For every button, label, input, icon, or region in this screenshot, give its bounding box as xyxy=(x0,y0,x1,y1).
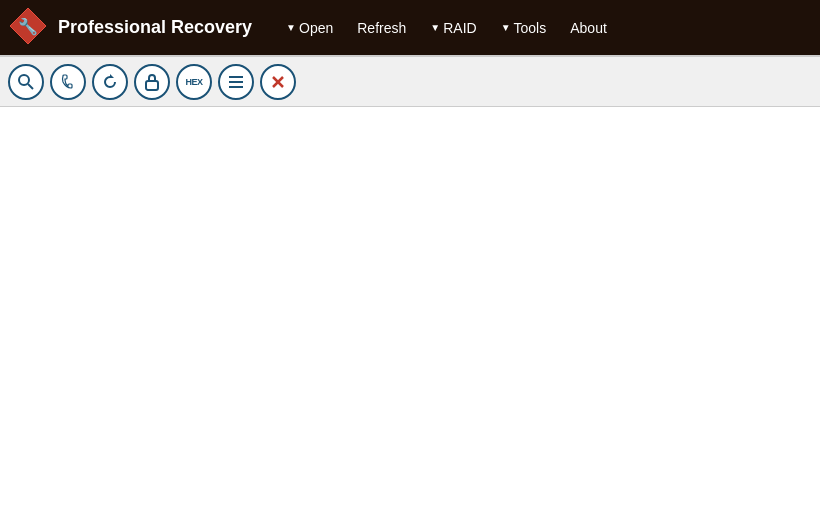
svg-rect-5 xyxy=(146,81,158,90)
menu-refresh-label: Refresh xyxy=(357,20,406,36)
menu-item-raid[interactable]: ▼ RAID xyxy=(420,14,486,42)
close-icon xyxy=(271,75,285,89)
svg-text:🔧: 🔧 xyxy=(18,17,38,36)
menu-item-tools[interactable]: ▼ Tools xyxy=(491,14,557,42)
recover-button[interactable] xyxy=(92,64,128,100)
svg-point-2 xyxy=(19,75,29,85)
scan-icon xyxy=(59,73,77,91)
list-button[interactable] xyxy=(218,64,254,100)
app-logo: 🔧 xyxy=(8,6,54,50)
tools-arrow: ▼ xyxy=(501,22,511,33)
close-button[interactable] xyxy=(260,64,296,100)
list-icon xyxy=(228,75,244,89)
lock-button[interactable] xyxy=(134,64,170,100)
toolbar: HEX xyxy=(0,57,820,107)
menu-about-label: About xyxy=(570,20,607,36)
open-arrow: ▼ xyxy=(286,22,296,33)
menubar: 🔧 Professional Recovery ▼ Open Refresh ▼… xyxy=(0,0,820,55)
menu-item-about[interactable]: About xyxy=(560,14,617,42)
menu-raid-label: RAID xyxy=(443,20,476,36)
app-title: Professional Recovery xyxy=(58,17,252,38)
raid-arrow: ▼ xyxy=(430,22,440,33)
main-content xyxy=(0,107,820,507)
hex-label: HEX xyxy=(185,77,202,87)
menu-tools-label: Tools xyxy=(514,20,547,36)
search-button[interactable] xyxy=(8,64,44,100)
svg-marker-4 xyxy=(110,74,114,78)
svg-line-3 xyxy=(28,84,33,89)
menu-open-label: Open xyxy=(299,20,333,36)
search-icon xyxy=(17,73,35,91)
recover-icon xyxy=(101,73,119,91)
scan-button[interactable] xyxy=(50,64,86,100)
hex-button[interactable]: HEX xyxy=(176,64,212,100)
menu-item-open[interactable]: ▼ Open xyxy=(276,14,343,42)
menu-item-refresh[interactable]: Refresh xyxy=(347,14,416,42)
lock-icon xyxy=(144,73,160,91)
